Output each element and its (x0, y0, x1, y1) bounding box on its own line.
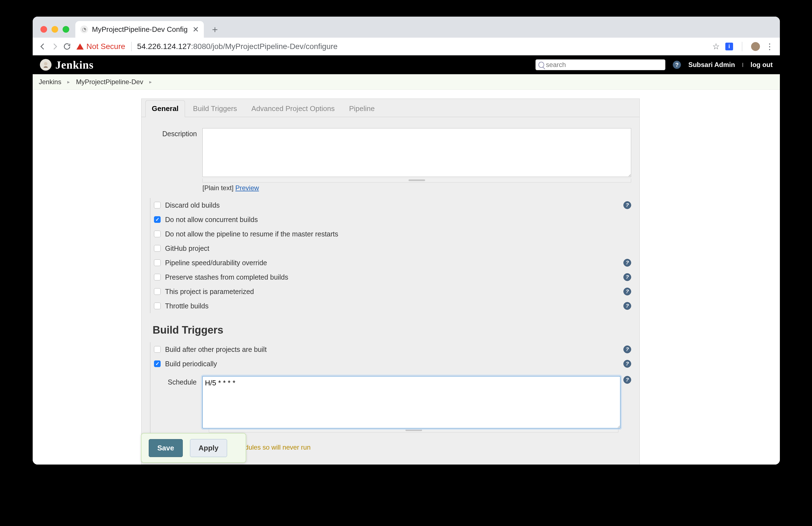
forward-button[interactable] (49, 40, 61, 53)
tab-title: MyProjectPipeline-Dev Config (92, 25, 188, 34)
search-input[interactable] (546, 61, 663, 69)
current-user[interactable]: Subsari Admin (688, 61, 735, 69)
tab-general[interactable]: General (145, 100, 185, 117)
build-after-checkbox[interactable] (154, 346, 161, 353)
build-triggers-heading: Build Triggers (153, 324, 631, 336)
help-icon[interactable]: ? (623, 376, 631, 384)
browser-tab[interactable]: ◔ MyProjectPipeline-Dev Config ✕ (75, 21, 204, 38)
save-button[interactable]: Save (149, 439, 183, 457)
tab-close-icon[interactable]: ✕ (192, 25, 199, 34)
not-secure-label: Not Secure (86, 42, 125, 51)
throttle-checkbox[interactable] (154, 303, 161, 309)
description-label: Description (150, 128, 202, 138)
no-resume-label: Do not allow the pipeline to resume if t… (165, 230, 631, 238)
preview-link[interactable]: Preview (235, 184, 259, 192)
back-button[interactable] (37, 40, 49, 53)
help-icon[interactable]: ? (623, 288, 631, 295)
config-tabs: General Build Triggers Advanced Project … (142, 99, 639, 117)
parameterized-checkbox[interactable] (154, 288, 161, 295)
warning-icon (76, 43, 84, 49)
breadcrumb-project[interactable]: MyProjectPipeline-Dev (76, 78, 143, 86)
github-checkbox[interactable] (154, 245, 161, 252)
save-bar: Save Apply (141, 433, 246, 463)
svg-point-0 (44, 62, 48, 65)
resize-grip[interactable] (209, 428, 619, 433)
stashes-label: Preserve stashes from completed builds (165, 273, 623, 281)
build-after-label: Build after other projects are built (165, 346, 623, 353)
separator: | (742, 62, 743, 67)
header-help-icon[interactable]: ? (673, 61, 681, 69)
profile-avatar[interactable] (751, 42, 760, 51)
jenkins-logo-icon[interactable] (40, 59, 52, 71)
browser-window: ◔ MyProjectPipeline-Dev Config ✕ ＋ (33, 17, 780, 465)
window-controls (37, 26, 73, 38)
chevron-right-icon: ▸ (67, 79, 70, 85)
apply-button[interactable]: Apply (190, 439, 227, 457)
reload-button[interactable] (61, 40, 73, 53)
tab-pipeline[interactable]: Pipeline (343, 100, 381, 117)
browser-toolbar: Not Secure 54.226.124.127:8080/job/MyPro… (33, 38, 780, 55)
help-icon[interactable]: ? (623, 302, 631, 310)
discard-checkbox[interactable] (154, 202, 161, 208)
schedule-warning: No schedules so will never run (212, 443, 631, 451)
no-concurrent-label: Do not allow concurrent builds (165, 216, 631, 224)
help-icon[interactable]: ? (623, 360, 631, 368)
logout-link[interactable]: log out (751, 61, 773, 69)
plaintext-label: [Plain text] (202, 184, 233, 192)
window-minimize-button[interactable] (52, 26, 58, 33)
throttle-label: Throttle builds (165, 302, 623, 310)
config-panel: General Build Triggers Advanced Project … (141, 99, 640, 465)
chevron-right-icon: ▸ (149, 79, 152, 85)
security-indicator[interactable]: Not Secure (76, 42, 125, 51)
window-zoom-button[interactable] (62, 26, 69, 33)
build-periodically-checkbox[interactable] (154, 361, 161, 367)
extension-icon[interactable]: i (725, 43, 733, 50)
jenkins-header: Jenkins ? Subsari Admin | log out (33, 55, 780, 74)
parameterized-label: This project is parameterized (165, 288, 623, 296)
tab-build-triggers[interactable]: Build Triggers (187, 100, 244, 117)
github-label: GitHub project (165, 245, 631, 252)
resize-grip[interactable] (202, 178, 631, 182)
page-body: General Build Triggers Advanced Project … (33, 90, 780, 465)
schedule-label: Schedule (161, 376, 202, 428)
discard-label: Discard old builds (165, 201, 623, 209)
breadcrumb: Jenkins ▸ MyProjectPipeline-Dev ▸ (33, 74, 780, 90)
address-bar[interactable]: 54.226.124.127:8080/job/MyProjectPipelin… (135, 40, 712, 53)
jenkins-search[interactable] (535, 59, 666, 70)
search-icon (538, 62, 544, 68)
help-icon[interactable]: ? (623, 346, 631, 353)
url-path: :8080/job/MyProjectPipeline-Dev/configur… (191, 42, 338, 51)
build-periodically-label: Build periodically (165, 360, 623, 368)
bookmark-star-icon[interactable]: ☆ (712, 42, 720, 51)
help-icon[interactable]: ? (623, 259, 631, 267)
breadcrumb-root[interactable]: Jenkins (39, 78, 61, 86)
general-options: Discard old builds ? Do not allow concur… (150, 198, 631, 313)
url-host: 54.226.124.127 (137, 42, 191, 51)
stashes-checkbox[interactable] (154, 274, 161, 280)
no-concurrent-checkbox[interactable] (154, 216, 161, 223)
window-close-button[interactable] (41, 26, 47, 33)
help-icon[interactable]: ? (623, 273, 631, 281)
separator (131, 42, 132, 51)
no-resume-checkbox[interactable] (154, 231, 161, 237)
durability-checkbox[interactable] (154, 259, 161, 266)
new-tab-button[interactable]: ＋ (208, 23, 221, 36)
help-icon[interactable]: ? (623, 201, 631, 209)
chrome-titlebar: ◔ MyProjectPipeline-Dev Config ✕ ＋ (33, 17, 780, 55)
description-textarea[interactable] (202, 128, 631, 177)
browser-menu-icon[interactable]: ⋮ (766, 42, 774, 51)
tab-advanced[interactable]: Advanced Project Options (245, 100, 341, 117)
durability-label: Pipeline speed/durability override (165, 259, 623, 267)
jenkins-favicon: ◔ (80, 26, 88, 33)
schedule-textarea[interactable] (202, 376, 621, 428)
jenkins-brand[interactable]: Jenkins (55, 58, 93, 71)
